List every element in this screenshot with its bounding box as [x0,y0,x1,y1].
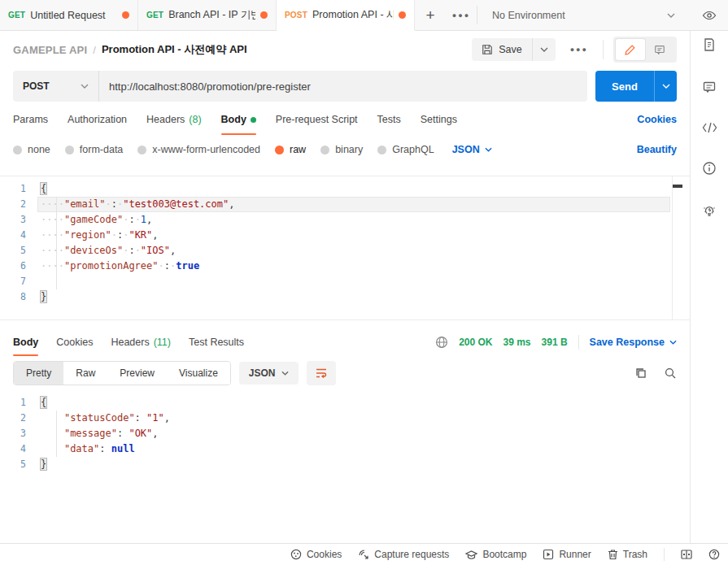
code-content [37,274,670,289]
token-str: "test003@test.com" [123,198,229,210]
tab-headers[interactable]: Headers (8) [146,104,202,135]
beautify-link[interactable]: Beautify [637,144,677,155]
tab-options-button[interactable]: ●●● [446,0,477,30]
cookies-manager-button[interactable]: Cookies [290,549,342,560]
code-content: ····"promotionAgree"·:·true [37,259,670,274]
mode-raw[interactable]: raw [275,144,306,155]
mode-form-data[interactable]: form-data [65,144,124,155]
two-pane-view-button[interactable] [681,550,692,559]
token-punc: : [129,214,134,225]
code-line: 1{ [0,395,690,411]
mode-graphql[interactable]: GraphQL [377,144,434,155]
search-icon[interactable] [664,367,677,380]
token-ws: ···· [41,214,64,225]
wrap-lines-button[interactable] [307,361,336,385]
comments-icon[interactable] [702,80,717,94]
save-response-button[interactable]: Save Response [590,337,677,348]
token-str: "KR" [129,229,152,241]
line-number: 5 [0,457,37,472]
tab-params[interactable]: Params [13,104,48,135]
tab-tests[interactable]: Tests [377,104,401,135]
response-tab-headers[interactable]: Headers (11) [111,328,171,356]
capture-requests-button[interactable]: Capture requests [358,549,449,560]
tab-body[interactable]: Body [221,104,256,135]
token-sp [41,428,64,439]
response-tabs: Body Cookies Headers (11) Test Results 2… [0,328,690,356]
headers-count-badge: (11) [154,337,171,348]
line-number: 8 [0,289,37,305]
help-button[interactable] [708,549,720,560]
trash-button[interactable]: Trash [608,549,647,560]
environment-quick-look-button[interactable] [690,0,728,30]
tab-pre-request-script[interactable]: Pre-request Script [276,104,358,135]
tab-strip: GET Untitled Request GET Branch API - IP… [0,0,728,31]
cookies-link[interactable]: Cookies [637,114,677,125]
code-content: ····"deviceOs"·:·"IOS", [37,243,670,259]
environment-selector[interactable]: No Environment [477,0,690,30]
editor-scrollbar-thumb[interactable] [673,185,682,188]
network-globe-icon[interactable] [435,336,448,349]
response-language-selector[interactable]: JSON [239,362,299,385]
send-button[interactable]: Send [595,71,654,102]
tab-label: Pre-request Script [276,114,358,125]
url-input[interactable]: http://localhost:8080/promotion/pre-regi… [99,71,587,102]
breadcrumb-collection[interactable]: GAMEPLE API [13,44,87,56]
token-sp [41,443,64,454]
request-tab-2[interactable]: GET Branch API - IP 기반 국 [138,0,277,30]
raw-language-selector[interactable]: JSON [452,144,492,155]
code-line: 1{ [0,181,690,197]
request-tab-1[interactable]: GET Untitled Request [0,0,138,30]
response-tab-cookies[interactable]: Cookies [56,328,93,356]
breadcrumb-request-name[interactable]: Promotion API - 사전예약 API [102,42,247,57]
documentation-icon[interactable] [702,37,717,52]
runner-button[interactable]: Runner [543,549,591,560]
code-content: "message": "OK", [37,426,670,441]
chevron-down-icon [667,13,675,18]
save-button-group: Save [472,38,556,61]
bootcamp-button[interactable]: Bootcamp [465,549,526,560]
info-icon[interactable] [702,161,717,176]
token-str: "1" [146,412,164,424]
mode-binary[interactable]: binary [320,144,363,155]
send-options-button[interactable] [654,71,677,102]
code-snippet-icon[interactable] [702,122,717,133]
save-button[interactable]: Save [472,38,532,61]
mode-x-www-form-urlencoded[interactable]: x-www-form-urlencoded [137,144,260,155]
radio-icon [137,146,146,154]
two-pane-icon [681,550,692,559]
help-icon [708,549,720,560]
method-selector[interactable]: POST [13,71,99,102]
request-body-editor[interactable]: 1{2····"email"·:·"test003@test.com",3···… [0,176,690,320]
response-tab-test-results[interactable]: Test Results [189,328,244,356]
comment-mode-button[interactable] [645,39,674,60]
response-size[interactable]: 391 B [542,337,568,348]
response-body-editor[interactable]: 1{2 "statusCode": "1",3 "message": "OK",… [0,390,690,480]
token-key: "email" [64,198,106,210]
response-time[interactable]: 39 ms [503,337,531,348]
request-header: GAMEPLE API / Promotion API - 사전예약 API S… [0,31,690,68]
tab-label: Tests [377,114,401,125]
tab-authorization[interactable]: Authorization [68,104,127,135]
code-line: 5} [0,457,690,472]
tab-settings[interactable]: Settings [421,104,457,135]
mode-label: form-data [80,144,124,155]
view-preview[interactable]: Preview [107,362,167,385]
view-pretty[interactable]: Pretty [14,362,63,385]
new-tab-button[interactable]: + [415,0,446,30]
token-str: "IOS" [141,245,170,256]
response-tab-body[interactable]: Body [13,328,38,356]
request-more-actions-button[interactable]: ●●● [565,42,593,57]
edit-mode-button[interactable] [616,39,645,60]
view-raw[interactable]: Raw [63,362,107,385]
status-bar: Cookies Capture requests Bootcamp Runner… [0,543,728,565]
tab-label: Settings [421,114,457,125]
method-badge: POST [285,11,307,20]
save-options-button[interactable] [532,38,556,61]
view-visualize[interactable]: Visualize [167,362,230,385]
request-tab-3-active[interactable]: POST Promotion API - 사전예 [277,0,415,31]
copy-icon[interactable] [634,367,647,380]
status-code[interactable]: 200 OK [459,337,492,348]
unsaved-dot-icon [260,11,268,19]
lightbulb-icon[interactable] [702,203,717,218]
mode-none[interactable]: none [13,144,50,155]
